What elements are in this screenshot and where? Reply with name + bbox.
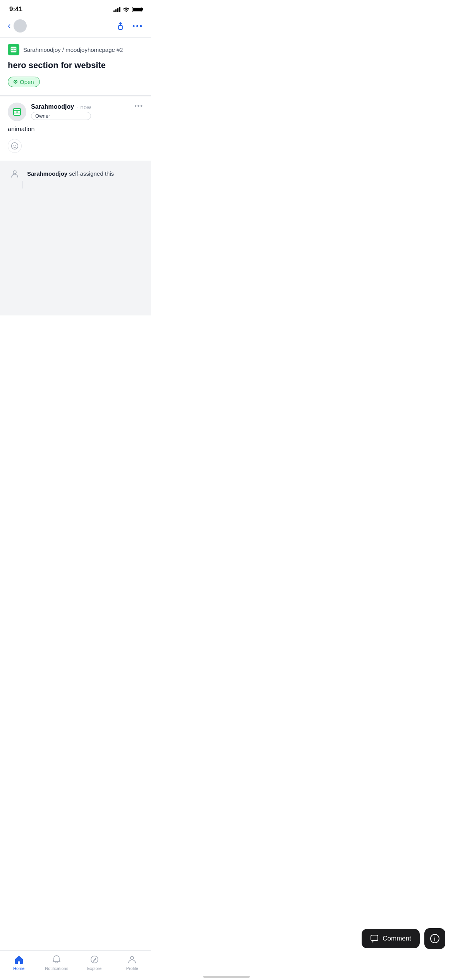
comment-body: animation	[8, 126, 143, 133]
owner-badge: Owner	[31, 112, 91, 120]
back-button[interactable]: ‹	[8, 21, 10, 31]
status-time: 9:41	[9, 5, 22, 13]
user-activity-icon	[8, 167, 22, 181]
svg-rect-11	[14, 113, 20, 115]
activity-text: Sarahmoodjoy self-assigned this	[27, 170, 114, 177]
svg-rect-0	[118, 26, 122, 29]
nav-left: ‹	[8, 19, 27, 33]
status-icons	[113, 7, 142, 12]
activity-line	[22, 181, 23, 188]
share-icon[interactable]	[115, 21, 125, 31]
svg-rect-3	[11, 49, 13, 50]
comment-header: Sarahmoodjoy · now Owner •••	[8, 103, 143, 121]
breadcrumb: Sarahmoodjoy / moodjoyhomepage #2	[8, 44, 143, 55]
issue-header: Sarahmoodjoy / moodjoyhomepage #2 hero s…	[0, 38, 151, 95]
comment-author-name: Sarahmoodjoy	[31, 103, 74, 110]
more-button[interactable]: •••	[132, 22, 143, 30]
activity-item: Sarahmoodjoy self-assigned this	[8, 167, 143, 181]
status-badge: Open	[8, 77, 40, 87]
svg-rect-8	[14, 109, 20, 110]
comment-time: · now	[77, 104, 91, 110]
repo-owner-name: Sarahmoodjoy	[23, 46, 61, 53]
signal-icon	[113, 7, 120, 12]
svg-point-13	[14, 145, 14, 146]
nav-right: •••	[115, 21, 143, 31]
svg-point-14	[15, 145, 16, 146]
svg-point-15	[13, 171, 16, 174]
repo-name: moodjoyhomepage	[65, 46, 115, 53]
comment-author: Sarahmoodjoy · now Owner	[8, 103, 91, 121]
status-bar: 9:41	[0, 0, 151, 16]
emoji-row	[8, 139, 143, 153]
issue-title: hero section for website	[8, 60, 143, 71]
activity-user: Sarahmoodjoy	[27, 170, 67, 177]
breadcrumb-text: Sarahmoodjoy / moodjoyhomepage #2	[23, 46, 123, 53]
comment-name-row: Sarahmoodjoy · now	[31, 103, 91, 110]
nav-bar: ‹ •••	[0, 16, 151, 37]
svg-rect-10	[17, 111, 20, 113]
battery-icon	[132, 7, 142, 12]
status-label: Open	[20, 79, 34, 85]
activity-section: Sarahmoodjoy self-assigned this	[0, 161, 151, 315]
issue-number-value: #2	[117, 46, 123, 53]
comment-section: Sarahmoodjoy · now Owner ••• animation	[0, 96, 151, 161]
svg-rect-2	[11, 47, 16, 48]
comment-avatar	[8, 103, 26, 121]
avatar	[14, 19, 27, 33]
svg-point-12	[12, 142, 18, 149]
svg-rect-5	[11, 51, 16, 52]
breadcrumb-separator: /	[62, 46, 65, 53]
status-dot-icon	[14, 80, 17, 84]
svg-rect-9	[14, 111, 17, 113]
comment-meta: Sarahmoodjoy · now Owner	[31, 103, 91, 120]
comment-more-button[interactable]: •••	[134, 103, 143, 110]
repo-logo	[8, 44, 19, 55]
emoji-react-button[interactable]	[8, 139, 22, 153]
svg-rect-4	[14, 49, 16, 50]
wifi-icon	[123, 7, 130, 12]
activity-action: self-assigned this	[69, 170, 114, 177]
